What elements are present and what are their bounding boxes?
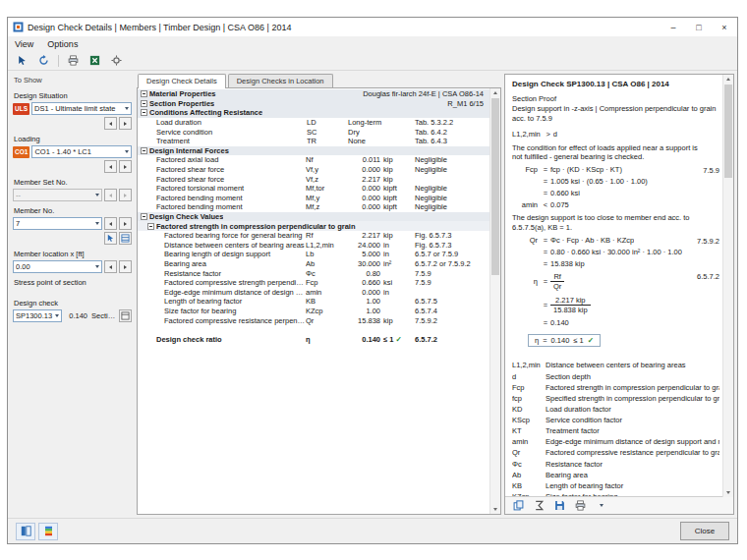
- save-icon[interactable]: [551, 498, 568, 514]
- collapse-icon[interactable]: [141, 100, 147, 107]
- row-unit: in²: [380, 259, 413, 268]
- pick-member-icon[interactable]: [104, 232, 117, 245]
- table-row[interactable]: Load duration LD Long-term Tab. 5.3.2.2: [138, 118, 489, 128]
- table-row[interactable]: Treatment TR None Tab. 6.4.3: [138, 137, 489, 146]
- copy-icon[interactable]: [510, 498, 527, 514]
- prev-member-set-button[interactable]: [104, 189, 117, 201]
- table-row-section-properties[interactable]: Section Properties R_M1 6/15: [138, 99, 489, 109]
- panels-icon[interactable]: [16, 523, 35, 540]
- menu-options[interactable]: Options: [40, 36, 85, 51]
- collapse-icon[interactable]: [141, 147, 147, 154]
- table-row-design-check-values[interactable]: Design Check Values: [138, 212, 489, 222]
- scrollbar-thumb[interactable]: [491, 98, 499, 275]
- maximize-icon[interactable]: □: [686, 18, 712, 36]
- excel-export-icon[interactable]: [86, 52, 104, 70]
- table-scrollbar[interactable]: [489, 88, 500, 514]
- collapse-icon[interactable]: [141, 90, 147, 97]
- row-label: Design Internal Forces: [149, 146, 229, 155]
- member-location-select[interactable]: 0.00: [13, 260, 102, 273]
- formula-condition-1: L1,2,min > d: [512, 130, 719, 139]
- table-row-material-properties[interactable]: Material Properties Douglas fir-larch 24…: [138, 89, 489, 99]
- table-row[interactable]: Bearing area Ab 30.000 in² 6.5.7.2 or 7.…: [138, 259, 489, 269]
- details-table: Material Properties Douglas fir-larch 24…: [137, 87, 501, 515]
- table-row[interactable]: Factored torsional moment Mf,tor 0.000 k…: [138, 184, 489, 194]
- next-member-button[interactable]: [119, 217, 132, 230]
- uls-badge: ULS: [13, 103, 29, 115]
- print-icon[interactable]: [572, 498, 589, 514]
- refresh-icon[interactable]: [34, 52, 53, 70]
- table-row[interactable]: Factored shear force Vf,z 2.217 kip: [138, 174, 489, 184]
- scroll-down-icon[interactable]: [490, 505, 500, 514]
- table-row[interactable]: Factored axial load Nf 0.011 kip Negligi…: [138, 155, 489, 165]
- scrollbar-thumb[interactable]: [724, 84, 732, 178]
- close-button[interactable]: Close: [680, 522, 729, 540]
- row-label: Section Properties: [149, 99, 214, 108]
- row-value: 0.000: [345, 184, 380, 193]
- scroll-up-icon[interactable]: [490, 88, 500, 97]
- row-right-value: R_M1 6/15: [214, 99, 489, 108]
- next-location-button[interactable]: [119, 260, 132, 273]
- table-row[interactable]: Resistance factor Φc 0.80 7.5.9: [138, 268, 489, 278]
- select-arrow-icon[interactable]: [13, 52, 31, 70]
- menu-view[interactable]: View: [8, 36, 40, 51]
- next-loading-button[interactable]: [119, 160, 132, 173]
- table-row-internal-forces[interactable]: Design Internal Forces: [138, 146, 489, 156]
- collapse-icon[interactable]: [141, 213, 147, 220]
- report-scrollbar[interactable]: [722, 75, 733, 497]
- table-row[interactable]: Edge-edge minimum distance of design sup…: [138, 287, 489, 297]
- prev-location-button[interactable]: [104, 260, 117, 273]
- sum-icon[interactable]: [531, 498, 547, 514]
- scroll-up-icon[interactable]: [723, 75, 733, 84]
- table-row[interactable]: Factored compressive resistance perpendi…: [138, 315, 489, 325]
- table-row[interactable]: Factored compressive strength perpendicu…: [138, 278, 489, 288]
- table-row-subsection[interactable]: Factored strength in compression perpend…: [138, 221, 489, 231]
- member-set-select[interactable]: --: [13, 189, 102, 201]
- loading-select[interactable]: CO1 - 1.40 * LC1: [31, 145, 132, 158]
- close-icon[interactable]: ×: [712, 18, 737, 36]
- next-member-set-button[interactable]: [119, 189, 132, 201]
- tab-design-check-details[interactable]: Design Check Details: [138, 74, 226, 88]
- table-row[interactable]: Size factor for bearing KZcp 1.00 6.5.7.…: [138, 307, 489, 316]
- tab-design-checks-in-location[interactable]: Design Checks in Location: [228, 74, 333, 88]
- prev-member-button[interactable]: [104, 217, 117, 230]
- row-reference: Tab. 5.3.2.2: [413, 118, 489, 127]
- table-row[interactable]: Factored bending moment Mf,z 0.000 kipft…: [138, 202, 489, 212]
- settings-icon[interactable]: [107, 52, 126, 70]
- code-reference: 6.5.7.2: [697, 272, 719, 281]
- table-row[interactable]: Factored bearing force for general beari…: [138, 231, 489, 241]
- legend-item: dSection depth: [512, 372, 719, 382]
- next-design-situation-button[interactable]: [119, 117, 132, 130]
- color-scale-icon[interactable]: [38, 523, 58, 540]
- design-situation-select[interactable]: DS1 - Ultimate limit state: [31, 102, 132, 115]
- design-check-value: SP1300.13: [16, 311, 53, 320]
- row-symbol: SC: [307, 128, 346, 137]
- member-select[interactable]: 7: [13, 217, 102, 230]
- code-reference: 7.5.9.2: [697, 237, 719, 246]
- formula-qr: Qr = Φc · Fcp · Ab · KB · KZcp 7.5.9.2: [512, 236, 719, 245]
- table-row[interactable]: Factored bending moment Mf,y 0.000 kipft…: [138, 194, 489, 203]
- row-label: Factored strength in compression perpend…: [156, 222, 489, 231]
- table-row[interactable]: Distance between centers of bearing area…: [138, 241, 489, 251]
- print-icon[interactable]: [64, 52, 83, 70]
- table-row-design-check-ratio[interactable]: Design check ratio η 0.140 ≤ 1 ✓ 6.5.7.2: [138, 334, 489, 344]
- row-label: Distance between centers of bearing area…: [149, 241, 306, 250]
- table-row-conditions[interactable]: Conditions Affecting Resistance: [138, 108, 489, 118]
- formula-fcp-values: = 1.005 ksi · (0.65 · 1.00 · 1.00): [512, 177, 719, 186]
- design-check-select[interactable]: SP1300.13: [13, 309, 62, 322]
- prev-design-situation-button[interactable]: [104, 117, 117, 130]
- chevron-down-icon[interactable]: [593, 498, 609, 514]
- table-row[interactable]: Service condition SC Dry Tab. 6.4.2: [138, 127, 489, 137]
- minimize-icon[interactable]: –: [661, 18, 686, 36]
- scroll-down-icon[interactable]: [723, 488, 733, 497]
- table-row[interactable]: Length of bearing factor KB 1.00 6.5.7.5: [138, 297, 489, 307]
- collapse-icon[interactable]: [141, 109, 147, 116]
- title-bar[interactable]: Design Check Details | Members | Timber …: [8, 18, 737, 36]
- row-reference: Negligible: [413, 165, 489, 174]
- collapse-icon[interactable]: [147, 223, 154, 230]
- prev-loading-button[interactable]: [104, 160, 117, 173]
- member-list-icon[interactable]: [119, 232, 132, 245]
- note-support-close: The design support is too close to membe…: [512, 213, 719, 232]
- table-row[interactable]: Bearing length of design support Lb 5.00…: [138, 250, 489, 259]
- table-row[interactable]: Factored shear force Vf,y 0.000 kip Negl…: [138, 165, 489, 175]
- design-check-details-button[interactable]: [119, 309, 132, 322]
